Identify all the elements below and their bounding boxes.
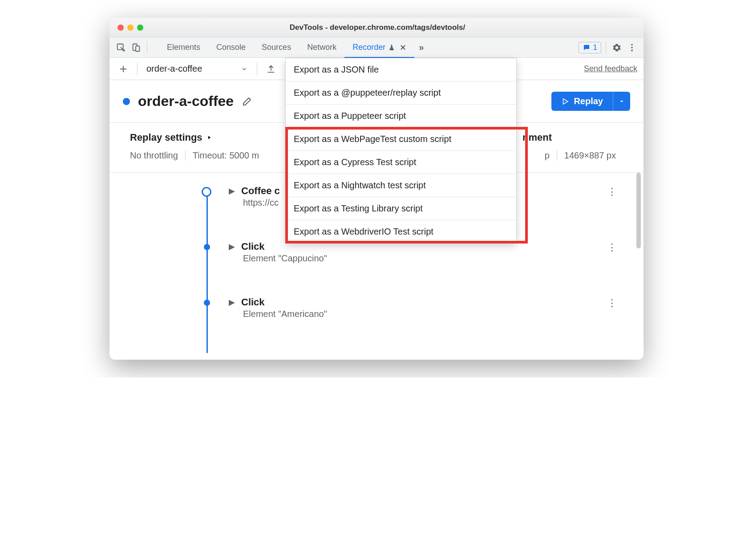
export-menu: Export as a JSON file Export as a @puppe… — [285, 58, 517, 243]
divider — [257, 63, 257, 75]
recording-select-label: order-a-coffee — [146, 64, 202, 74]
divider — [137, 63, 138, 75]
issues-icon — [583, 44, 591, 52]
step-click-1[interactable]: ▶ Click Element "Cappucino" ⋮ — [202, 237, 644, 280]
timeline-node — [204, 244, 210, 250]
environment-label-partial: nment — [522, 132, 552, 143]
panel-tabs: Elements Console Sources Network Recorde… — [159, 37, 576, 58]
replay-button-group: Replay — [551, 92, 630, 111]
export-cypress[interactable]: Export as a Cypress Test script — [286, 151, 516, 174]
caret-right-icon: ▶ — [229, 242, 235, 252]
replay-button[interactable]: Replay — [551, 92, 613, 111]
timeout-value: Timeout: 5000 m — [185, 150, 266, 161]
export-testing-library[interactable]: Export as a Testing Library script — [286, 197, 516, 220]
close-window-icon[interactable] — [117, 24, 124, 31]
recorder-panel: order-a-coffee Send feedback — [109, 58, 644, 360]
tab-recorder-label: Recorder — [352, 43, 385, 52]
caret-right-icon: ▶ — [229, 297, 235, 307]
more-tabs-icon[interactable]: » — [414, 42, 428, 53]
export-webpagetest[interactable]: Export as a WebPageTest custom script — [286, 128, 516, 151]
inspect-element-icon[interactable] — [115, 41, 127, 54]
step-subtitle: Element "Americano" — [243, 309, 617, 319]
edit-title-icon[interactable] — [242, 96, 252, 107]
kebab-menu-icon[interactable] — [626, 41, 638, 54]
svg-rect-2 — [136, 46, 139, 51]
throttling-value: No throttling — [130, 150, 185, 161]
recording-title: order-a-coffee — [138, 93, 234, 110]
step-subtitle: Element "Cappucino" — [243, 253, 617, 264]
viewport-size: 1469×887 px — [557, 150, 623, 161]
replay-settings-label: Replay settings — [130, 132, 202, 143]
step-title: Click — [241, 296, 265, 308]
tab-sources[interactable]: Sources — [254, 37, 299, 58]
timeline-node — [204, 300, 210, 306]
chevron-down-icon — [241, 65, 248, 73]
devtools-tabbar: Elements Console Sources Network Recorde… — [109, 37, 644, 58]
step-kebab-icon[interactable]: ⋮ — [607, 186, 617, 198]
tab-console[interactable]: Console — [208, 37, 254, 58]
device-toggle-icon[interactable] — [130, 41, 142, 54]
divider — [606, 41, 606, 54]
recording-select[interactable]: order-a-coffee — [144, 64, 251, 74]
issues-count: 1 — [593, 43, 597, 52]
scrollbar[interactable] — [636, 173, 642, 360]
step-click-2[interactable]: ▶ Click Element "Americano" ⋮ — [202, 293, 644, 335]
timeline-node-start — [202, 187, 211, 197]
export-nightwatch[interactable]: Export as a Nightwatch test script — [286, 174, 516, 197]
svg-point-4 — [631, 47, 633, 49]
tab-elements[interactable]: Elements — [159, 37, 208, 58]
tab-recorder[interactable]: Recorder ✕ — [344, 37, 414, 58]
recording-status-dot — [123, 98, 130, 105]
replay-dropdown[interactable] — [613, 92, 630, 111]
scrollbar-thumb[interactable] — [636, 173, 641, 248]
devtools-window: DevTools - developer.chrome.com/tags/dev… — [109, 18, 644, 360]
step-kebab-icon[interactable]: ⋮ — [607, 242, 617, 253]
svg-point-3 — [631, 44, 633, 45]
maximize-window-icon[interactable] — [137, 24, 143, 31]
window-title: DevTools - developer.chrome.com/tags/dev… — [143, 23, 611, 32]
step-kebab-icon[interactable]: ⋮ — [607, 297, 617, 309]
caret-right-icon: ▶ — [229, 186, 235, 196]
tab-network[interactable]: Network — [299, 37, 344, 58]
play-icon — [561, 97, 569, 106]
export-puppeteer-replay[interactable]: Export as a @puppeteer/replay script — [286, 81, 516, 105]
step-title: Coffee c — [241, 185, 280, 197]
export-json[interactable]: Export as a JSON file — [286, 58, 516, 81]
export-webdriverio[interactable]: Export as a WebdriverIO Test script — [286, 220, 516, 243]
minimize-window-icon[interactable] — [127, 24, 134, 31]
export-icon[interactable] — [263, 61, 279, 77]
caret-right-icon — [206, 134, 212, 141]
titlebar: DevTools - developer.chrome.com/tags/dev… — [109, 18, 644, 37]
step-title: Click — [241, 241, 265, 252]
env-item-partial: p — [538, 150, 557, 161]
close-tab-icon[interactable]: ✕ — [400, 43, 406, 53]
divider — [147, 41, 147, 54]
settings-gear-icon[interactable] — [611, 41, 623, 54]
svg-point-5 — [631, 49, 633, 51]
caret-down-icon — [619, 98, 625, 105]
export-puppeteer[interactable]: Export as a Puppeteer script — [286, 105, 516, 128]
window-controls — [117, 24, 143, 31]
new-recording-icon[interactable] — [116, 61, 131, 77]
send-feedback-link[interactable]: Send feedback — [584, 64, 637, 73]
experiment-icon — [388, 44, 395, 51]
issues-badge[interactable]: 1 — [579, 42, 601, 53]
replay-label: Replay — [574, 96, 603, 106]
